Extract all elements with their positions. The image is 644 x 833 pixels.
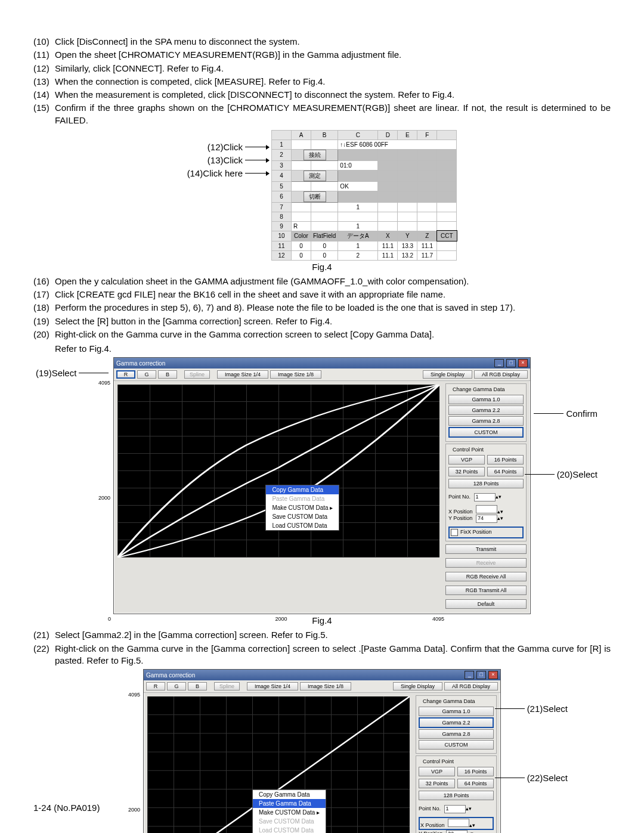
maximize-icon[interactable]: □ bbox=[506, 359, 516, 367]
callout-13: (13)Click bbox=[208, 153, 243, 168]
g-button[interactable]: G bbox=[167, 682, 186, 690]
ctx-paste-gamma[interactable]: Paste Gamma Data bbox=[266, 494, 339, 503]
measure-button[interactable]: 測定 bbox=[304, 171, 326, 181]
window-titlebar: Gamma correction _ □ × bbox=[114, 358, 530, 368]
ctx-save-custom[interactable]: Save CUSTOM Data bbox=[266, 512, 339, 521]
custom-button[interactable]: CUSTOM bbox=[419, 740, 494, 750]
minimize-icon[interactable]: _ bbox=[465, 671, 474, 679]
b-button[interactable]: B bbox=[158, 370, 177, 379]
p128-button[interactable]: 128 Points bbox=[448, 479, 524, 488]
context-menu: Copy Gamma Data Paste Gamma Data Make CU… bbox=[265, 485, 339, 531]
imagesize-18-button[interactable]: Image Size 1/8 bbox=[270, 370, 321, 379]
instruction-list-c: (21)Select [Gamma2.2] in the [Gamma corr… bbox=[33, 629, 611, 667]
rgb-receive-all-button[interactable]: RGB Receive All bbox=[445, 572, 527, 581]
transmit-button[interactable]: Transmit bbox=[445, 544, 527, 554]
close-icon[interactable]: × bbox=[518, 359, 528, 367]
callout-22: (22)Select bbox=[527, 773, 568, 783]
ctx-load-custom[interactable]: Load CUSTOM Data bbox=[266, 521, 339, 530]
g-button[interactable]: G bbox=[137, 370, 156, 379]
spline-button[interactable]: Spline bbox=[184, 370, 210, 379]
instruction-list-a: (10)Click [DisConnect] in the SPA menu t… bbox=[33, 36, 611, 126]
p64-button[interactable]: 64 Points bbox=[487, 467, 524, 476]
p32-button[interactable]: 32 Points bbox=[448, 467, 485, 476]
instruction-list-b: (16)Open the y calculation sheet in the … bbox=[33, 275, 611, 340]
ctx-save-custom[interactable]: Save CUSTOM Data bbox=[253, 817, 326, 826]
window-title: Gamma correction bbox=[116, 360, 165, 367]
gamma-10-button[interactable]: Gamma 1.0 bbox=[419, 707, 494, 716]
context-menu: Copy Gamma Data Paste Gamma Data Make CU… bbox=[252, 789, 326, 833]
gamma-22-button[interactable]: Gamma 2.2 bbox=[419, 717, 494, 728]
gamma-10-button[interactable]: Gamma 1.0 bbox=[448, 395, 524, 404]
single-display-button[interactable]: Single Display bbox=[423, 370, 472, 379]
vgp-button[interactable]: VGP bbox=[448, 455, 485, 465]
spline-button[interactable]: Spline bbox=[214, 682, 240, 690]
ctx-load-custom[interactable]: Load CUSTOM Data bbox=[253, 826, 326, 833]
fig4-caption: Fig.4 bbox=[33, 262, 611, 272]
fig4b-caption: Fig.4 bbox=[33, 615, 611, 625]
step20-sub: Refer to Fig.4. bbox=[33, 343, 611, 355]
gamma-correction-window-1: (19)Select Confirm (20)Select Gamma corr… bbox=[113, 357, 531, 614]
gamma-correction-window-2: (21)Select (22)Select (24)Click Gamma co… bbox=[143, 669, 501, 833]
all-rgb-display-button[interactable]: All RGB Display bbox=[474, 370, 528, 379]
ctx-paste-gamma[interactable]: Paste Gamma Data bbox=[253, 799, 326, 808]
spreadsheet-table: AB CD EF 1↑↓ESF 6086 00FF 2接続 301:0 4測定 … bbox=[271, 130, 457, 261]
callout-20: (20)Select bbox=[557, 469, 597, 479]
all-rgb-display-button[interactable]: All RGB Display bbox=[444, 682, 498, 690]
window-title: Gamma correction bbox=[146, 672, 195, 679]
ctx-make-custom[interactable]: Make CUSTOM Data ▸ bbox=[253, 808, 326, 817]
rgb-transmit-all-button[interactable]: RGB Transmit All bbox=[445, 586, 527, 595]
connect-button[interactable]: 接続 bbox=[304, 150, 326, 160]
callout-14: (14)Click here bbox=[187, 166, 243, 181]
step-number: (10) bbox=[33, 36, 54, 48]
gamma-22-button[interactable]: Gamma 2.2 bbox=[448, 405, 524, 415]
callout-21: (21)Select bbox=[527, 704, 568, 714]
side-panel: Change Gamma Data Gamma 1.0 Gamma 2.2 Ga… bbox=[443, 381, 530, 614]
page-footer: 1-24 (No.PA019) bbox=[33, 803, 100, 813]
custom-button[interactable]: CUSTOM bbox=[448, 427, 524, 438]
gamma-plot[interactable]: Copy Gamma Data Paste Gamma Data Make CU… bbox=[117, 385, 439, 558]
maximize-icon[interactable]: □ bbox=[476, 671, 486, 679]
default-button[interactable]: Default bbox=[445, 599, 527, 609]
disconnect-button[interactable]: 切断 bbox=[304, 191, 326, 202]
callout-19: (19)Select bbox=[36, 368, 76, 378]
imagesize-18-button[interactable]: Image Size 1/8 bbox=[300, 682, 351, 690]
gamma-28-button[interactable]: Gamma 2.8 bbox=[448, 416, 524, 426]
gamma-28-button[interactable]: Gamma 2.8 bbox=[419, 729, 494, 739]
single-display-button[interactable]: Single Display bbox=[393, 682, 442, 690]
pointno-input[interactable]: 1 bbox=[474, 493, 496, 501]
minimize-icon[interactable]: _ bbox=[494, 359, 504, 367]
window-titlebar: Gamma correction _ □ × bbox=[144, 670, 500, 680]
p16-button[interactable]: 16 Points bbox=[487, 455, 524, 465]
fig4-spreadsheet: (12)Click (13)Click (14)Click here AB CD… bbox=[107, 130, 537, 261]
ypos-input[interactable]: 74 bbox=[476, 515, 497, 523]
ctx-copy-gamma[interactable]: Copy Gamma Data bbox=[253, 790, 326, 799]
r-button[interactable]: R bbox=[116, 370, 135, 379]
r-button[interactable]: R bbox=[146, 682, 165, 690]
xpos-input[interactable] bbox=[476, 505, 497, 513]
step-text: Click [DisConnect] in the SPA menu to di… bbox=[55, 36, 300, 47]
toolbar: R G B Spline Image Size 1/4 Image Size 1… bbox=[114, 368, 530, 381]
callout-12: (12)Click bbox=[208, 140, 243, 154]
ctx-make-custom[interactable]: Make CUSTOM Data ▸ bbox=[266, 503, 339, 512]
gamma-plot[interactable]: Copy Gamma Data Paste Gamma Data Make CU… bbox=[147, 696, 410, 833]
close-icon[interactable]: × bbox=[488, 671, 498, 679]
receive-button[interactable]: Receive bbox=[445, 558, 527, 568]
imagesize-14-button[interactable]: Image Size 1/4 bbox=[247, 682, 298, 690]
fixx-checkbox[interactable] bbox=[451, 529, 458, 536]
callout-confirm: Confirm bbox=[566, 408, 597, 419]
ctx-copy-gamma[interactable]: Copy Gamma Data bbox=[266, 485, 339, 494]
b-button[interactable]: B bbox=[188, 682, 207, 690]
imagesize-14-button[interactable]: Image Size 1/4 bbox=[217, 370, 268, 379]
